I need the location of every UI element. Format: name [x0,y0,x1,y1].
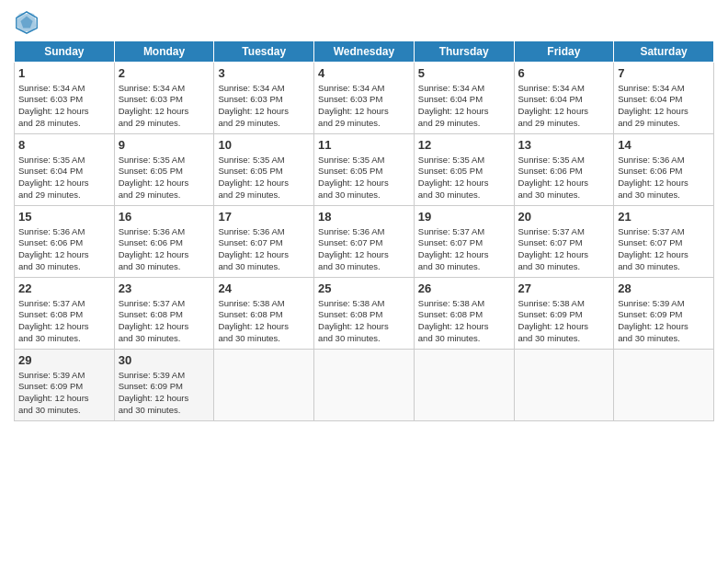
day-info-line: Daylight: 12 hours [18,249,110,261]
day-info-line: Sunrise: 5:36 AM [218,226,310,238]
day-number: 24 [218,281,310,297]
day-number: 30 [119,352,210,369]
day-info-line: and 30 minutes. [418,333,510,345]
day-info-line: Sunrise: 5:38 AM [218,298,310,310]
day-info-line: Daylight: 12 hours [618,249,710,261]
day-info-line: and 30 minutes. [119,333,210,345]
day-info-line: Daylight: 12 hours [218,178,310,190]
day-number: 7 [618,65,710,82]
day-info-line: Sunrise: 5:36 AM [318,226,410,238]
calendar-cell: 10Sunrise: 5:35 AMSunset: 6:05 PMDayligh… [214,134,314,206]
day-info-line: Sunset: 6:09 PM [618,309,710,321]
day-number: 14 [618,137,710,154]
day-info-line: Sunset: 6:03 PM [18,94,110,106]
calendar-cell: 6Sunrise: 5:34 AMSunset: 6:04 PMDaylight… [514,63,614,134]
calendar-cell: 27Sunrise: 5:38 AMSunset: 6:09 PMDayligh… [514,278,614,350]
day-info-line: Sunrise: 5:36 AM [119,226,210,238]
day-info-line: Sunset: 6:08 PM [119,309,210,321]
day-info-line: Sunset: 6:07 PM [518,237,610,249]
calendar-week-row: 22Sunrise: 5:37 AMSunset: 6:08 PMDayligh… [15,278,714,350]
day-number: 10 [218,137,310,154]
day-info-line: and 30 minutes. [18,333,110,345]
header-day: Wednesday [314,41,415,63]
day-info-line: Daylight: 12 hours [618,321,710,333]
day-info-line: Daylight: 12 hours [318,321,410,333]
day-info-line: Sunset: 6:08 PM [418,309,510,321]
day-info-line: Daylight: 12 hours [218,249,310,261]
day-info-line: Daylight: 12 hours [418,178,510,190]
day-info-line: Sunset: 6:05 PM [218,166,310,178]
calendar-cell: 15Sunrise: 5:36 AMSunset: 6:06 PMDayligh… [15,206,115,278]
calendar-cell: 4Sunrise: 5:34 AMSunset: 6:03 PMDaylight… [314,63,415,134]
day-info-line: Daylight: 12 hours [318,106,410,118]
day-number: 28 [618,281,710,297]
logo [14,9,43,35]
header [14,9,714,35]
header-day: Thursday [414,41,514,63]
calendar-cell: 28Sunrise: 5:39 AMSunset: 6:09 PMDayligh… [614,278,714,350]
day-info-line: Daylight: 12 hours [518,321,610,333]
header-day: Sunday [15,41,115,63]
day-info-line: Sunrise: 5:39 AM [18,370,110,382]
calendar-cell: 16Sunrise: 5:36 AMSunset: 6:06 PMDayligh… [114,206,214,278]
day-info-line: Daylight: 12 hours [618,178,710,190]
header-day: Tuesday [214,41,314,63]
day-info-line: and 30 minutes. [318,261,410,273]
day-info-line: and 30 minutes. [618,333,710,345]
day-info-line: Sunrise: 5:35 AM [18,155,110,167]
day-info-line: Sunrise: 5:38 AM [418,298,510,310]
day-info-line: Sunrise: 5:35 AM [418,155,510,167]
day-info-line: Daylight: 12 hours [119,321,210,333]
day-info-line: Sunrise: 5:39 AM [119,370,210,382]
day-number: 19 [418,209,510,225]
day-info-line: and 29 minutes. [119,118,210,130]
day-info-line: and 29 minutes. [218,118,310,130]
day-info-line: Sunset: 6:08 PM [218,309,310,321]
calendar-cell [314,350,415,421]
day-info-line: Daylight: 12 hours [418,321,510,333]
day-info-line: and 30 minutes. [518,190,610,201]
day-info-line: Sunset: 6:03 PM [318,94,410,106]
day-number: 13 [518,137,610,154]
day-info-line: Daylight: 12 hours [418,249,510,261]
calendar-cell: 30Sunrise: 5:39 AMSunset: 6:09 PMDayligh… [114,350,214,421]
calendar-week-row: 29Sunrise: 5:39 AMSunset: 6:09 PMDayligh… [15,350,714,421]
header-day: Saturday [614,41,714,63]
day-info-line: Daylight: 12 hours [18,106,110,118]
day-info-line: and 30 minutes. [218,333,310,345]
day-info-line: Sunrise: 5:37 AM [18,298,110,310]
day-info-line: and 30 minutes. [618,190,710,201]
day-info-line: Daylight: 12 hours [218,106,310,118]
day-info-line: Sunrise: 5:38 AM [318,298,410,310]
day-info-line: and 29 minutes. [218,190,310,201]
calendar-cell [214,350,314,421]
day-info-line: and 28 minutes. [18,118,110,130]
day-info-line: and 29 minutes. [318,118,410,130]
calendar-table: SundayMondayTuesdayWednesdayThursdayFrid… [14,40,714,421]
day-info-line: and 30 minutes. [318,333,410,345]
calendar-cell: 14Sunrise: 5:36 AMSunset: 6:06 PMDayligh… [614,134,714,206]
day-number: 20 [518,209,610,225]
day-info-line: Sunrise: 5:36 AM [18,226,110,238]
day-info-line: Sunrise: 5:36 AM [618,155,710,167]
day-info-line: Sunset: 6:09 PM [518,309,610,321]
calendar-cell: 21Sunrise: 5:37 AMSunset: 6:07 PMDayligh… [614,206,714,278]
calendar-cell: 8Sunrise: 5:35 AMSunset: 6:04 PMDaylight… [15,134,115,206]
day-info-line: and 29 minutes. [518,118,610,130]
calendar-cell: 17Sunrise: 5:36 AMSunset: 6:07 PMDayligh… [214,206,314,278]
day-number: 23 [119,281,210,297]
day-info-line: Daylight: 12 hours [518,106,610,118]
day-info-line: Sunset: 6:08 PM [318,309,410,321]
calendar-cell: 5Sunrise: 5:34 AMSunset: 6:04 PMDaylight… [414,63,514,134]
calendar-cell: 7Sunrise: 5:34 AMSunset: 6:04 PMDaylight… [614,63,714,134]
day-info-line: and 29 minutes. [119,190,210,201]
day-number: 21 [618,209,710,225]
day-info-line: and 30 minutes. [418,261,510,273]
day-info-line: Sunset: 6:07 PM [218,237,310,249]
day-info-line: Sunset: 6:08 PM [18,309,110,321]
day-info-line: Daylight: 12 hours [18,178,110,190]
day-info-line: Sunrise: 5:34 AM [18,83,110,95]
calendar-week-row: 15Sunrise: 5:36 AMSunset: 6:06 PMDayligh… [15,206,714,278]
day-info-line: and 30 minutes. [218,261,310,273]
day-number: 15 [18,209,110,225]
